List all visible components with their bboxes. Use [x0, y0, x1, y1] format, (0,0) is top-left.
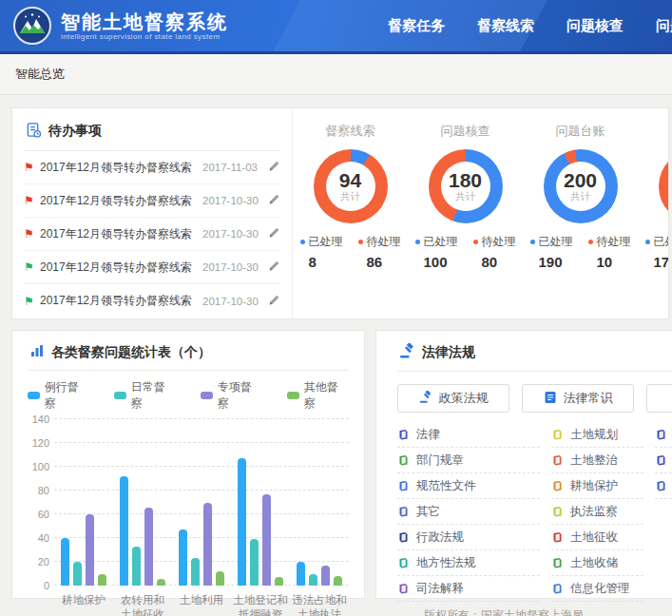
todo-item-text: 2017年12月领导转办督察线索 — [40, 193, 202, 209]
clipboard-clock-icon — [26, 122, 42, 141]
todo-item[interactable]: ⚑2017年12月领导转办督察线索2017-10-30 — [24, 251, 280, 284]
bar[interactable] — [86, 514, 94, 586]
bar[interactable] — [132, 547, 141, 586]
app-subtitle: intelligent supervision of state land sy… — [61, 32, 228, 41]
law-category-item[interactable]: 其它 — [397, 499, 540, 525]
stat-processed-value: 190 — [530, 254, 573, 270]
stat-processed: 已处理175 — [645, 234, 669, 270]
bar[interactable] — [191, 558, 200, 586]
chart-bars — [54, 458, 349, 586]
bar-group — [113, 458, 172, 586]
bar[interactable] — [238, 458, 246, 586]
law-category-item[interactable] — [655, 473, 672, 499]
chart-title: 各类督察问题统计表（个） — [51, 344, 211, 361]
bar[interactable] — [275, 577, 283, 586]
stat-total-value: 180 — [449, 170, 482, 190]
bar[interactable] — [61, 538, 69, 586]
x-tick-label: 农转用和 土地征收 — [113, 593, 172, 616]
legend-item[interactable]: 其他督察 — [287, 379, 349, 412]
law-category-item[interactable]: 地方性法规 — [397, 550, 540, 576]
flag-icon: ⚑ — [24, 295, 40, 308]
chart-y-axis: 020406080100120140 — [28, 419, 54, 586]
todo-item[interactable]: ⚑2017年12月领导转办督察线索2017-10-30 — [24, 218, 280, 251]
main-nav: 督察任务督察线索问题核查问题台账 — [388, 0, 672, 51]
nav-item-4[interactable]: 问题台账 — [656, 17, 672, 35]
stat-pending: 待处理10 — [588, 234, 631, 270]
todo-item[interactable]: ⚑2017年12月领导转办督察线索2017-10-30 — [24, 284, 280, 318]
bar[interactable] — [120, 476, 128, 586]
law-category-item[interactable] — [655, 422, 672, 448]
stat-processed: 已处理190 — [530, 234, 573, 270]
laws-panel-title: 法律法规 — [422, 344, 475, 361]
y-tick-label: 140 — [32, 414, 49, 425]
law-category-item[interactable]: 土地整治 — [551, 448, 643, 473]
bar[interactable] — [216, 571, 224, 586]
bar[interactable] — [73, 562, 82, 586]
bar[interactable] — [262, 494, 271, 586]
bar[interactable] — [179, 529, 187, 586]
legend-item[interactable]: 日常督察 — [114, 379, 176, 412]
todo-list: ⚑2017年12月领导转办督察线索2017-11-03⚑2017年12月领导转办… — [24, 151, 280, 318]
law-category-item[interactable]: 执法监察 — [551, 499, 643, 525]
stat-pending-value: 10 — [588, 254, 631, 270]
law-category-item[interactable]: 司法解释 — [397, 576, 540, 602]
law-category-label: 信息化管理 — [570, 581, 630, 597]
bar[interactable] — [98, 574, 106, 587]
bar[interactable] — [157, 579, 165, 587]
chart-legend: 例行督察日常督察专项督察其他督察 — [28, 379, 349, 412]
breadcrumb-bar: 智能总览 — [0, 54, 672, 95]
nav-item-1[interactable]: 督察任务 — [388, 17, 445, 35]
law-button[interactable]: 法律常识 — [522, 384, 634, 413]
law-button[interactable] — [646, 384, 672, 413]
law-category-item[interactable]: 耕地保护 — [551, 473, 643, 499]
law-category-item[interactable] — [655, 448, 672, 473]
todo-item[interactable]: ⚑2017年12月领导转办督察线索2017-11-03 — [24, 151, 280, 184]
stat-title: 问题台账 — [556, 123, 605, 140]
bar[interactable] — [334, 576, 342, 586]
law-category-item[interactable]: 土地征收 — [551, 525, 643, 550]
bar[interactable] — [309, 574, 317, 587]
legend-item[interactable]: 专项督察 — [201, 379, 262, 412]
law-category-item[interactable]: 行政法规 — [397, 525, 540, 550]
bar[interactable] — [321, 566, 330, 586]
dashboard-screen: 智能土地督察系统 intelligent supervision of stat… — [0, 0, 672, 616]
law-category-label: 执法监察 — [570, 504, 618, 520]
law-category-item[interactable]: 部门规章 — [397, 448, 540, 473]
book-icon — [551, 531, 563, 543]
pencil-icon[interactable] — [263, 259, 280, 276]
law-category-item[interactable]: 土地规划 — [551, 422, 643, 448]
laws-card: 法律法规 政策法规法律常识 法律土地规划部门规章土地整治规范性文件耕地保护其它执… — [375, 330, 672, 599]
nav-item-2[interactable]: 督察线索 — [477, 17, 534, 35]
bar[interactable] — [297, 562, 305, 586]
bar[interactable] — [203, 503, 212, 587]
todo-item[interactable]: ⚑2017年12月领导转办督察线索2017-10-30 — [24, 184, 280, 218]
x-tick-label: 违法占地和 土地执法 — [290, 593, 349, 616]
app-logo[interactable]: 智能土地督察系统 intelligent supervision of stat… — [0, 7, 228, 45]
flag-icon: ⚑ — [24, 194, 40, 207]
stat-processed-value: 8 — [300, 254, 343, 270]
book-icon — [397, 506, 409, 517]
nav-item-3[interactable]: 问题核查 — [566, 17, 624, 35]
y-tick-label: 80 — [38, 485, 49, 496]
bar[interactable] — [144, 508, 153, 587]
bar[interactable] — [250, 539, 259, 586]
law-category-item[interactable]: 法律 — [397, 422, 540, 448]
law-category-item[interactable]: 规范性文件 — [397, 473, 540, 499]
todo-item-date: 2017-11-03 — [202, 162, 263, 173]
law-category-label: 土地收储 — [570, 555, 618, 571]
todo-item-text: 2017年12月领导转办督察线索 — [40, 160, 202, 176]
todo-panel: 待办事项 ⚑2017年12月领导转办督察线索2017-11-03⚑2017年12… — [12, 108, 293, 318]
legend-item[interactable]: 例行督察 — [28, 379, 89, 412]
law-button[interactable]: 政策法规 — [397, 384, 509, 413]
law-category-label: 土地规划 — [570, 427, 618, 443]
pencil-icon[interactable] — [263, 159, 280, 176]
stat-total-value: 200 — [564, 170, 597, 190]
law-category-item[interactable]: 信息化管理 — [551, 576, 643, 602]
law-category-item[interactable]: 土地收储 — [551, 550, 643, 576]
pencil-icon[interactable] — [263, 192, 280, 209]
todo-item-text: 2017年12月领导转办督察线索 — [40, 226, 202, 242]
pencil-icon[interactable] — [263, 293, 280, 310]
pencil-icon[interactable] — [263, 225, 280, 242]
app-title: 智能土地督察系统 — [61, 11, 228, 32]
law-grid-spacer — [655, 525, 672, 550]
